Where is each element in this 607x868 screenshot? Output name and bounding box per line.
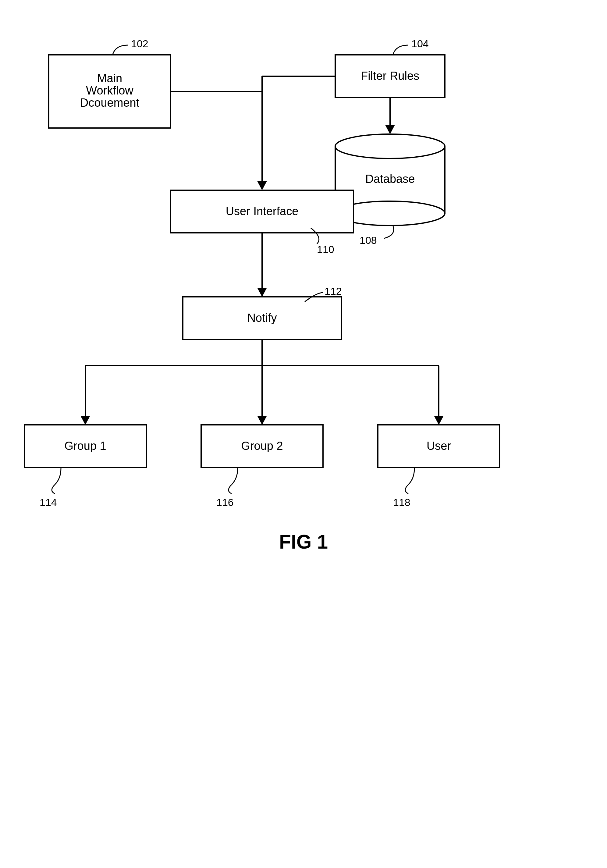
filter-rules-label: Filter Rules (361, 70, 419, 82)
ref-118: 118 (393, 496, 410, 508)
ref-114: 114 (40, 496, 57, 508)
user-interface-label: User Interface (226, 205, 299, 218)
main-workflow-label-line1: Main (97, 72, 122, 85)
user-label: User (427, 440, 451, 452)
arrowhead-group1 (81, 416, 90, 425)
diagram-container: Main Workflow Dcouement 102 Filter Rules… (0, 0, 607, 868)
ref-104: 104 (411, 38, 429, 50)
arrowhead-ui-notify (257, 288, 267, 297)
group2-label: Group 2 (241, 440, 283, 452)
arrowhead-to-ui (257, 181, 267, 190)
ref-108: 108 (359, 234, 377, 246)
main-workflow-label-line3: Dcouement (80, 96, 139, 109)
main-workflow-label-line2: Workflow (86, 84, 133, 97)
ref-116: 116 (216, 496, 234, 508)
database-label: Database (365, 172, 415, 185)
arrowhead-group2 (257, 416, 267, 425)
database-top (335, 134, 445, 158)
figure-label: FIG 1 (279, 531, 328, 553)
arrowhead-user (434, 416, 444, 425)
notify-label: Notify (247, 312, 277, 324)
group1-label: Group 1 (64, 440, 106, 452)
ref-112: 112 (325, 285, 342, 297)
ref-102: 102 (131, 38, 149, 50)
ref-110: 110 (317, 243, 334, 255)
arrowhead-filterrules-database (385, 125, 395, 134)
